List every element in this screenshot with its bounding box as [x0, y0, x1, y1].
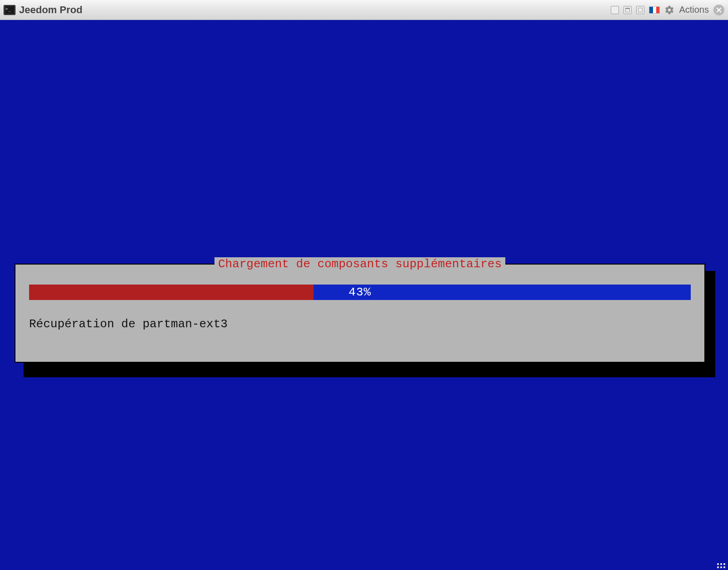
actions-menu-label[interactable]: Actions	[679, 5, 709, 15]
title-bar-right: Actions	[611, 5, 724, 15]
console-area: Chargement de composants supplémentaires…	[0, 20, 728, 570]
progress-percent-label: 43%	[29, 285, 691, 300]
window-button-3[interactable]	[636, 6, 644, 14]
window-button-1[interactable]	[611, 6, 619, 14]
title-bar: Jeedom Prod Actions	[0, 0, 728, 20]
window-button-2[interactable]	[623, 6, 632, 14]
progress-dialog: Chargement de composants supplémentaires…	[15, 264, 705, 363]
title-bar-left: Jeedom Prod	[4, 4, 82, 16]
terminal-icon	[4, 5, 15, 15]
progress-bar: 43%	[29, 285, 691, 300]
flag-icon	[649, 6, 660, 14]
status-text: Récupération de partman-ext3	[29, 317, 228, 331]
window-title: Jeedom Prod	[19, 4, 82, 16]
resize-grip[interactable]	[715, 558, 725, 568]
gear-icon[interactable]	[664, 5, 674, 15]
close-button[interactable]	[713, 5, 724, 15]
dialog-title: Chargement de composants supplémentaires	[214, 257, 505, 271]
